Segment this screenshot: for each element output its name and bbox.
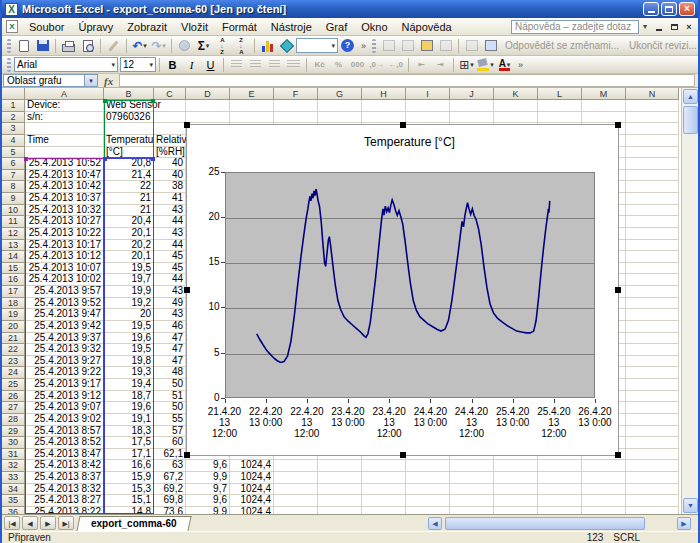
cell-A18[interactable]: 25.4.2013 9:52 bbox=[25, 298, 104, 310]
cell-L33[interactable] bbox=[538, 472, 582, 484]
cell-B29[interactable]: 18,3 bbox=[104, 426, 154, 438]
cell-J34[interactable] bbox=[450, 484, 494, 496]
cell-N33[interactable] bbox=[626, 472, 679, 484]
row-header-33[interactable]: 33 bbox=[2, 472, 25, 484]
scroll-left-button[interactable]: ◀ bbox=[428, 517, 442, 530]
cell-A5[interactable] bbox=[25, 147, 104, 159]
cell-I33[interactable] bbox=[406, 472, 450, 484]
cell-A7[interactable]: 25.4.2013 10:47 bbox=[25, 170, 104, 182]
row-header-5[interactable]: 5 bbox=[2, 147, 25, 159]
cell-M33[interactable] bbox=[582, 472, 626, 484]
cell-N22[interactable] bbox=[626, 344, 679, 356]
font-name-combobox[interactable]: Arial▾ bbox=[14, 57, 118, 72]
row-header-24[interactable]: 24 bbox=[2, 367, 25, 379]
cell-A31[interactable]: 25.4.2013 8:47 bbox=[25, 449, 104, 461]
cell-N30[interactable] bbox=[626, 437, 679, 449]
cell-N29[interactable] bbox=[626, 426, 679, 438]
cell-J32[interactable] bbox=[450, 460, 494, 472]
cell-C36[interactable]: 73,6 bbox=[154, 507, 186, 514]
column-header-M[interactable]: M bbox=[582, 88, 626, 100]
menu-úpravy[interactable]: Úpravy bbox=[71, 19, 120, 35]
cell-A3[interactable] bbox=[25, 123, 104, 135]
cell-N20[interactable] bbox=[626, 321, 679, 333]
cell-K1[interactable] bbox=[494, 100, 538, 112]
cell-G34[interactable] bbox=[318, 484, 362, 496]
cell-M34[interactable] bbox=[582, 484, 626, 496]
cell-B21[interactable]: 19,6 bbox=[104, 333, 154, 345]
cell-H32[interactable] bbox=[362, 460, 406, 472]
cell-A12[interactable]: 25.4.2013 10:22 bbox=[25, 228, 104, 240]
chart-wizard-button[interactable] bbox=[258, 37, 277, 54]
cell-I2[interactable] bbox=[406, 112, 450, 124]
column-header-F[interactable]: F bbox=[274, 88, 318, 100]
increase-decimal-button[interactable]: ,0→ bbox=[367, 56, 386, 73]
cell-A13[interactable]: 25.4.2013 10:17 bbox=[25, 240, 104, 252]
cell-C26[interactable]: 51 bbox=[154, 391, 186, 403]
cell-D36[interactable]: 9,9 bbox=[186, 507, 230, 514]
cell-B5[interactable]: [°C] bbox=[104, 147, 154, 159]
new-button[interactable] bbox=[14, 37, 33, 54]
chart-handle[interactable] bbox=[615, 452, 621, 458]
cell-A33[interactable]: 25.4.2013 8:37 bbox=[25, 472, 104, 484]
name-box[interactable]: Oblast grafu bbox=[3, 74, 85, 87]
cell-B33[interactable]: 15,9 bbox=[104, 472, 154, 484]
menu-zobrazit[interactable]: Zobrazit bbox=[120, 19, 174, 35]
column-header-L[interactable]: L bbox=[538, 88, 582, 100]
cell-H1[interactable] bbox=[362, 100, 406, 112]
cell-N21[interactable] bbox=[626, 333, 679, 345]
cell-D33[interactable]: 9,9 bbox=[186, 472, 230, 484]
cell-A9[interactable]: 25.4.2013 10:37 bbox=[25, 193, 104, 205]
horizontal-scrollbar[interactable]: ◀ ▶ bbox=[427, 516, 692, 531]
minimize-button[interactable] bbox=[643, 2, 659, 16]
menu-nástroje[interactable]: Nástroje bbox=[264, 19, 319, 35]
cell-J35[interactable] bbox=[450, 495, 494, 507]
cell-B17[interactable]: 19,9 bbox=[104, 286, 154, 298]
row-header-22[interactable]: 22 bbox=[2, 344, 25, 356]
cell-F35[interactable] bbox=[274, 495, 318, 507]
cell-E33[interactable]: 1024,4 bbox=[230, 472, 274, 484]
row-header-3[interactable]: 3 bbox=[2, 123, 25, 135]
row-header-4[interactable]: 4 bbox=[2, 135, 25, 147]
cell-B7[interactable]: 21,4 bbox=[104, 170, 154, 182]
row-header-2[interactable]: 2 bbox=[2, 112, 25, 124]
cell-N27[interactable] bbox=[626, 402, 679, 414]
row-header-23[interactable]: 23 bbox=[2, 356, 25, 368]
cell-N23[interactable] bbox=[626, 356, 679, 368]
cell-C20[interactable]: 46 bbox=[154, 321, 186, 333]
cell-A23[interactable]: 25.4.2013 9:27 bbox=[25, 356, 104, 368]
cell-A26[interactable]: 25.4.2013 9:12 bbox=[25, 391, 104, 403]
cell-A32[interactable]: 25.4.2013 8:42 bbox=[25, 460, 104, 472]
cell-A2[interactable]: s/n: bbox=[25, 112, 104, 124]
align-center-button[interactable] bbox=[246, 56, 265, 73]
cell-G35[interactable] bbox=[318, 495, 362, 507]
borders-button[interactable]: ⊞▾ bbox=[457, 56, 476, 73]
undo-button[interactable]: ↶▾ bbox=[130, 37, 149, 54]
toolbar-grip[interactable] bbox=[372, 39, 376, 53]
menu-soubor[interactable]: Soubor bbox=[22, 19, 71, 35]
cell-E35[interactable]: 1024,4 bbox=[230, 495, 274, 507]
toolbar-grip[interactable] bbox=[7, 58, 11, 72]
cell-C5[interactable]: [%RH] bbox=[154, 147, 186, 159]
row-header-7[interactable]: 7 bbox=[2, 170, 25, 182]
cell-D35[interactable]: 9,6 bbox=[186, 495, 230, 507]
cell-A6[interactable]: 25.4.2013 10:52 bbox=[25, 158, 104, 170]
cell-B23[interactable]: 19,8 bbox=[104, 356, 154, 368]
cell-B2[interactable]: 07960326 bbox=[104, 112, 154, 124]
cell-B35[interactable]: 15,1 bbox=[104, 495, 154, 507]
cell-B24[interactable]: 19,3 bbox=[104, 367, 154, 379]
cell-J36[interactable] bbox=[450, 507, 494, 514]
cell-G1[interactable] bbox=[318, 100, 362, 112]
previous-sheet-button[interactable]: ◀ bbox=[22, 516, 38, 530]
comma-style-button[interactable]: 000 bbox=[348, 56, 367, 73]
column-header-I[interactable]: I bbox=[406, 88, 450, 100]
next-sheet-button[interactable]: ▶ bbox=[40, 516, 56, 530]
cell-C6[interactable]: 40 bbox=[154, 158, 186, 170]
fill-color-button[interactable]: ▾ bbox=[476, 56, 495, 73]
cell-K34[interactable] bbox=[494, 484, 538, 496]
cell-B12[interactable]: 20,1 bbox=[104, 228, 154, 240]
row-header-11[interactable]: 11 bbox=[2, 216, 25, 228]
cell-L34[interactable] bbox=[538, 484, 582, 496]
row-header-20[interactable]: 20 bbox=[2, 321, 25, 333]
cell-B11[interactable]: 20,4 bbox=[104, 216, 154, 228]
cell-B4[interactable]: Temperatura bbox=[104, 135, 154, 147]
